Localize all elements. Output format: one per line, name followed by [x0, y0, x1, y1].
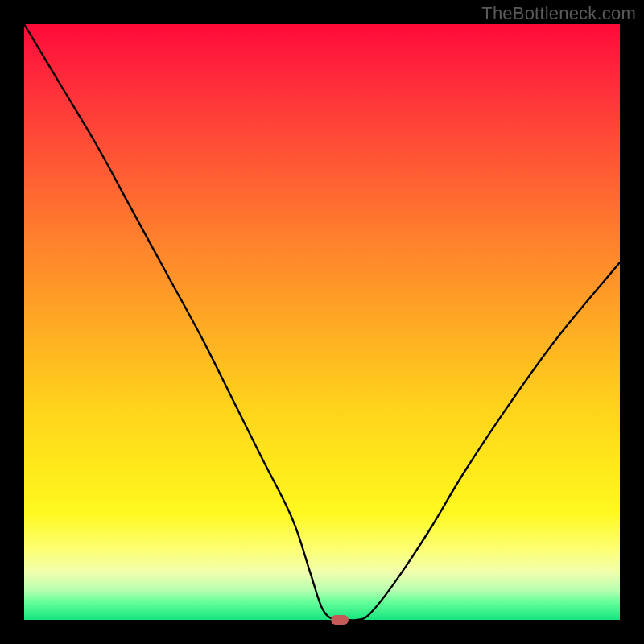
bottleneck-curve-path	[24, 24, 620, 621]
chart-frame: TheBottleneck.com	[0, 0, 644, 644]
optimal-marker	[331, 615, 349, 625]
curve-svg	[24, 24, 620, 620]
plot-area	[24, 24, 620, 620]
watermark-text: TheBottleneck.com	[481, 3, 636, 24]
